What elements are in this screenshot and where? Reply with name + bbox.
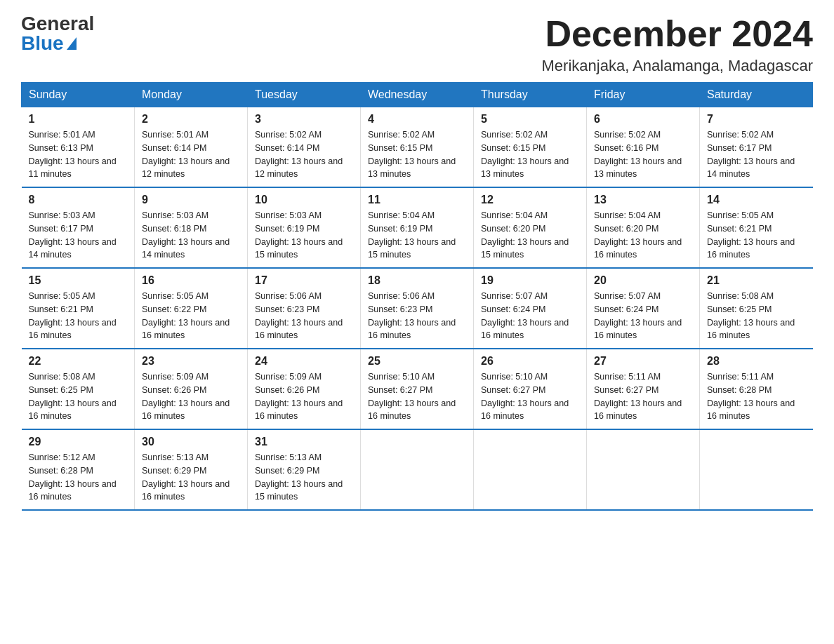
day-info: Sunrise: 5:02 AM Sunset: 6:14 PM Dayligh… — [255, 128, 353, 181]
sunrise-label: Sunrise: 5:02 AM — [368, 130, 435, 140]
day-info: Sunrise: 5:03 AM Sunset: 6:19 PM Dayligh… — [255, 209, 353, 262]
sunset-label: Sunset: 6:25 PM — [707, 304, 772, 314]
day-info: Sunrise: 5:13 AM Sunset: 6:29 PM Dayligh… — [255, 451, 353, 504]
day-info: Sunrise: 5:05 AM Sunset: 6:22 PM Dayligh… — [142, 290, 240, 342]
calendar-cell: 19 Sunrise: 5:07 AM Sunset: 6:24 PM Dayl… — [474, 268, 587, 349]
sunrise-label: Sunrise: 5:08 AM — [707, 291, 774, 301]
calendar-cell: 12 Sunrise: 5:04 AM Sunset: 6:20 PM Dayl… — [474, 187, 587, 268]
daylight-label: Daylight: 13 hours and 14 minutes — [142, 237, 230, 260]
sunset-label: Sunset: 6:27 PM — [481, 385, 545, 395]
daylight-label: Daylight: 13 hours and 16 minutes — [29, 398, 117, 422]
sunset-label: Sunset: 6:21 PM — [707, 224, 772, 234]
daylight-label: Daylight: 13 hours and 16 minutes — [29, 318, 117, 341]
sunrise-label: Sunrise: 5:06 AM — [255, 291, 322, 301]
daylight-label: Daylight: 13 hours and 13 minutes — [594, 156, 682, 180]
day-number: 14 — [707, 194, 806, 206]
daylight-label: Daylight: 13 hours and 12 minutes — [142, 156, 230, 180]
daylight-label: Daylight: 13 hours and 16 minutes — [707, 318, 795, 341]
calendar-cell: 14 Sunrise: 5:05 AM Sunset: 6:21 PM Dayl… — [700, 187, 813, 268]
daylight-label: Daylight: 13 hours and 16 minutes — [594, 398, 682, 422]
calendar-cell: 26 Sunrise: 5:10 AM Sunset: 6:27 PM Dayl… — [474, 349, 587, 429]
day-number: 17 — [255, 274, 353, 287]
sunrise-label: Sunrise: 5:10 AM — [368, 372, 435, 382]
day-info: Sunrise: 5:04 AM Sunset: 6:19 PM Dayligh… — [368, 209, 466, 262]
sunset-label: Sunset: 6:26 PM — [255, 385, 319, 395]
daylight-label: Daylight: 13 hours and 16 minutes — [707, 237, 795, 260]
day-info: Sunrise: 5:03 AM Sunset: 6:18 PM Dayligh… — [142, 209, 240, 262]
week-row-1: 1 Sunrise: 5:01 AM Sunset: 6:13 PM Dayli… — [22, 107, 813, 188]
day-info: Sunrise: 5:03 AM Sunset: 6:17 PM Dayligh… — [29, 209, 128, 262]
day-info: Sunrise: 5:02 AM Sunset: 6:15 PM Dayligh… — [368, 128, 466, 181]
daylight-label: Daylight: 13 hours and 16 minutes — [594, 237, 682, 260]
sunset-label: Sunset: 6:29 PM — [255, 466, 319, 476]
day-info: Sunrise: 5:02 AM Sunset: 6:15 PM Dayligh… — [481, 128, 579, 181]
day-info: Sunrise: 5:13 AM Sunset: 6:29 PM Dayligh… — [142, 451, 240, 504]
week-row-3: 15 Sunrise: 5:05 AM Sunset: 6:21 PM Dayl… — [22, 268, 813, 349]
daylight-label: Daylight: 13 hours and 15 minutes — [255, 479, 343, 502]
week-row-5: 29 Sunrise: 5:12 AM Sunset: 6:28 PM Dayl… — [22, 429, 813, 510]
day-number: 10 — [255, 194, 353, 206]
day-number: 2 — [142, 113, 240, 126]
calendar-cell: 10 Sunrise: 5:03 AM Sunset: 6:19 PM Dayl… — [248, 187, 361, 268]
day-info: Sunrise: 5:09 AM Sunset: 6:26 PM Dayligh… — [255, 370, 353, 423]
day-info: Sunrise: 5:12 AM Sunset: 6:28 PM Dayligh… — [29, 451, 128, 504]
daylight-label: Daylight: 13 hours and 16 minutes — [255, 398, 343, 422]
calendar-cell: 8 Sunrise: 5:03 AM Sunset: 6:17 PM Dayli… — [22, 187, 135, 268]
calendar-cell: 24 Sunrise: 5:09 AM Sunset: 6:26 PM Dayl… — [248, 349, 361, 429]
sunset-label: Sunset: 6:18 PM — [142, 224, 206, 234]
day-number: 6 — [594, 113, 692, 126]
day-info: Sunrise: 5:05 AM Sunset: 6:21 PM Dayligh… — [29, 290, 128, 342]
day-number: 20 — [594, 274, 692, 287]
sunset-label: Sunset: 6:17 PM — [29, 224, 93, 234]
day-number: 5 — [481, 113, 579, 126]
daylight-label: Daylight: 13 hours and 12 minutes — [255, 156, 343, 180]
calendar-cell: 15 Sunrise: 5:05 AM Sunset: 6:21 PM Dayl… — [22, 268, 135, 349]
calendar-cell: 1 Sunrise: 5:01 AM Sunset: 6:13 PM Dayli… — [22, 107, 135, 188]
sunset-label: Sunset: 6:19 PM — [255, 224, 319, 234]
title-block: December 2024 Merikanjaka, Analamanga, M… — [542, 14, 813, 75]
day-info: Sunrise: 5:06 AM Sunset: 6:23 PM Dayligh… — [368, 290, 466, 342]
calendar-cell: 25 Sunrise: 5:10 AM Sunset: 6:27 PM Dayl… — [361, 349, 474, 429]
week-row-2: 8 Sunrise: 5:03 AM Sunset: 6:17 PM Dayli… — [22, 187, 813, 268]
sunset-label: Sunset: 6:14 PM — [142, 143, 206, 153]
calendar-cell — [587, 429, 700, 510]
sunset-label: Sunset: 6:28 PM — [707, 385, 772, 395]
daylight-label: Daylight: 13 hours and 16 minutes — [594, 318, 682, 341]
daylight-label: Daylight: 13 hours and 16 minutes — [255, 318, 343, 341]
day-info: Sunrise: 5:08 AM Sunset: 6:25 PM Dayligh… — [707, 290, 806, 342]
sunset-label: Sunset: 6:28 PM — [29, 466, 93, 476]
calendar-cell: 13 Sunrise: 5:04 AM Sunset: 6:20 PM Dayl… — [587, 187, 700, 268]
calendar-cell: 16 Sunrise: 5:05 AM Sunset: 6:22 PM Dayl… — [135, 268, 248, 349]
sunset-label: Sunset: 6:24 PM — [594, 304, 658, 314]
calendar-cell: 11 Sunrise: 5:04 AM Sunset: 6:19 PM Dayl… — [361, 187, 474, 268]
day-info: Sunrise: 5:08 AM Sunset: 6:25 PM Dayligh… — [29, 370, 128, 423]
day-info: Sunrise: 5:11 AM Sunset: 6:27 PM Dayligh… — [594, 370, 692, 423]
day-info: Sunrise: 5:02 AM Sunset: 6:17 PM Dayligh… — [707, 128, 806, 181]
sunrise-label: Sunrise: 5:12 AM — [29, 452, 95, 462]
calendar-cell: 4 Sunrise: 5:02 AM Sunset: 6:15 PM Dayli… — [361, 107, 474, 188]
calendar-table: SundayMondayTuesdayWednesdayThursdayFrid… — [21, 82, 813, 511]
sunrise-label: Sunrise: 5:03 AM — [142, 210, 208, 220]
day-number: 7 — [707, 113, 806, 126]
week-row-4: 22 Sunrise: 5:08 AM Sunset: 6:25 PM Dayl… — [22, 349, 813, 429]
calendar-cell — [700, 429, 813, 510]
daylight-label: Daylight: 13 hours and 15 minutes — [481, 237, 569, 260]
calendar-cell: 29 Sunrise: 5:12 AM Sunset: 6:28 PM Dayl… — [22, 429, 135, 510]
day-number: 9 — [142, 194, 240, 206]
day-info: Sunrise: 5:04 AM Sunset: 6:20 PM Dayligh… — [481, 209, 579, 262]
daylight-label: Daylight: 13 hours and 14 minutes — [707, 156, 795, 180]
daylight-label: Daylight: 13 hours and 16 minutes — [142, 398, 230, 422]
sunset-label: Sunset: 6:19 PM — [368, 224, 432, 234]
sunset-label: Sunset: 6:29 PM — [142, 466, 206, 476]
day-info: Sunrise: 5:06 AM Sunset: 6:23 PM Dayligh… — [255, 290, 353, 342]
sunset-label: Sunset: 6:15 PM — [368, 143, 432, 153]
day-number: 21 — [707, 274, 806, 287]
day-info: Sunrise: 5:05 AM Sunset: 6:21 PM Dayligh… — [707, 209, 806, 262]
day-info: Sunrise: 5:02 AM Sunset: 6:16 PM Dayligh… — [594, 128, 692, 181]
sunset-label: Sunset: 6:27 PM — [368, 385, 432, 395]
daylight-label: Daylight: 13 hours and 16 minutes — [707, 398, 795, 422]
sunset-label: Sunset: 6:20 PM — [594, 224, 658, 234]
sunset-label: Sunset: 6:23 PM — [255, 304, 319, 314]
day-number: 12 — [481, 194, 579, 206]
sunrise-label: Sunrise: 5:03 AM — [29, 210, 95, 220]
